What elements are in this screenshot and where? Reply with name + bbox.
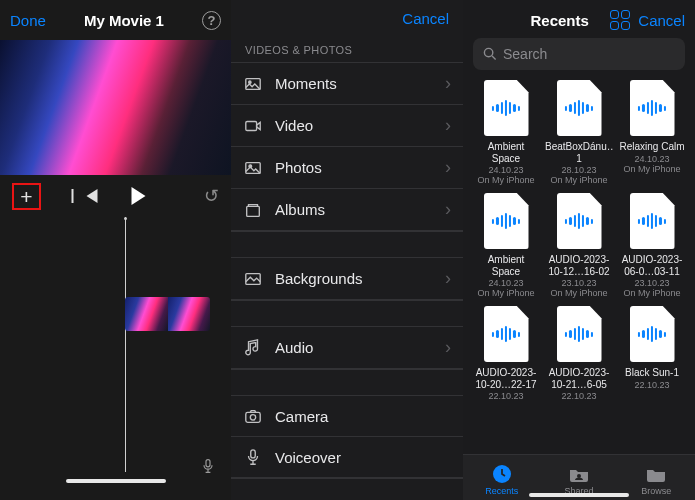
row-backgrounds[interactable]: Backgrounds › bbox=[231, 257, 463, 300]
tab-recents[interactable]: Recents bbox=[463, 463, 540, 496]
svg-point-9 bbox=[250, 415, 255, 420]
row-camera[interactable]: Camera bbox=[231, 395, 463, 436]
file-name: Ambient Space bbox=[473, 141, 539, 164]
row-audio[interactable]: Audio › bbox=[231, 326, 463, 369]
home-indicator bbox=[66, 479, 166, 483]
file-date: 23.10.23 bbox=[561, 278, 596, 288]
file-date: 28.10.23 bbox=[561, 165, 596, 175]
project-title: My Movie 1 bbox=[84, 12, 164, 29]
row-label: Camera bbox=[275, 408, 451, 425]
home-indicator bbox=[529, 493, 629, 497]
file-date: 22.10.23 bbox=[561, 391, 596, 401]
undo-button[interactable]: ↺ bbox=[204, 185, 219, 207]
file-doc-icon bbox=[557, 193, 602, 249]
file-doc-icon bbox=[557, 80, 602, 136]
file-name: AUDIO-2023-10-20…22-17 bbox=[473, 367, 539, 390]
files-title: Recents bbox=[509, 12, 610, 29]
file-name: AUDIO-2023-10-12…16-02 bbox=[545, 254, 613, 277]
file-doc-icon bbox=[484, 306, 529, 362]
chevron-right-icon: › bbox=[445, 115, 451, 136]
chevron-right-icon: › bbox=[445, 157, 451, 178]
chevron-right-icon: › bbox=[445, 73, 451, 94]
file-doc-icon bbox=[630, 306, 675, 362]
svg-rect-6 bbox=[247, 206, 260, 216]
file-item[interactable]: Ambient Space 24.10.23 On My iPhone bbox=[473, 80, 539, 185]
chevron-right-icon: › bbox=[445, 268, 451, 289]
row-albums[interactable]: Albums › bbox=[231, 188, 463, 231]
transport-bar: + ↺ bbox=[0, 175, 231, 217]
photos-icon bbox=[243, 158, 263, 178]
file-item[interactable]: Ambient Space 24.10.23 On My iPhone bbox=[473, 193, 539, 298]
video-clip[interactable] bbox=[125, 297, 210, 331]
row-label: Voiceover bbox=[275, 449, 451, 466]
svg-rect-3 bbox=[246, 121, 257, 130]
search-icon bbox=[483, 47, 497, 61]
search-field[interactable]: Search bbox=[473, 38, 685, 70]
file-doc-icon bbox=[484, 193, 529, 249]
video-preview[interactable] bbox=[0, 40, 231, 175]
file-item[interactable]: AUDIO-2023-10-12…16-02 23.10.23 On My iP… bbox=[545, 193, 613, 298]
tab-shared[interactable]: Shared bbox=[540, 463, 617, 496]
video-icon bbox=[243, 116, 263, 136]
skip-start-button[interactable] bbox=[86, 189, 97, 203]
file-item[interactable]: AUDIO-2023-10-21…6-05 22.10.23 bbox=[545, 306, 613, 401]
row-label: Video bbox=[275, 117, 433, 134]
row-video[interactable]: Video › bbox=[231, 104, 463, 146]
file-date: 24.10.23 bbox=[488, 278, 523, 288]
file-item[interactable]: AUDIO-2023-10-20…22-17 22.10.23 bbox=[473, 306, 539, 401]
svg-rect-0 bbox=[206, 460, 210, 467]
file-grid: Ambient Space 24.10.23 On My iPhone Beat… bbox=[463, 70, 695, 401]
file-item[interactable]: Relaxing Calm 24.10.23 On My iPhone bbox=[619, 80, 685, 185]
done-button[interactable]: Done bbox=[10, 12, 46, 29]
row-voiceover[interactable]: Voiceover bbox=[231, 436, 463, 478]
browse-icon bbox=[645, 463, 667, 485]
play-button[interactable] bbox=[131, 187, 145, 205]
chevron-right-icon: › bbox=[445, 337, 451, 358]
svg-point-11 bbox=[484, 48, 492, 56]
file-doc-icon bbox=[557, 306, 602, 362]
file-date: 24.10.23 bbox=[488, 165, 523, 175]
timeline[interactable] bbox=[0, 217, 231, 487]
tab-browse[interactable]: Browse bbox=[618, 463, 695, 496]
row-label: Audio bbox=[275, 339, 433, 356]
row-moments[interactable]: Moments › bbox=[231, 62, 463, 104]
file-name: AUDIO-2023-10-21…6-05 bbox=[545, 367, 613, 390]
tab-bar: Recents Shared Browse bbox=[463, 454, 695, 500]
cancel-button[interactable]: Cancel bbox=[638, 12, 685, 29]
row-photos[interactable]: Photos › bbox=[231, 146, 463, 188]
file-doc-icon bbox=[484, 80, 529, 136]
file-name: Black Sun-1 bbox=[625, 367, 679, 379]
file-date: 24.10.23 bbox=[634, 154, 669, 164]
file-location: On My iPhone bbox=[477, 288, 534, 298]
file-item[interactable]: AUDIO-2023-06-0…03-11 23.10.23 On My iPh… bbox=[619, 193, 685, 298]
tab-label: Browse bbox=[641, 486, 671, 496]
editor-panel: Done My Movie 1 ? + ↺ bbox=[0, 0, 231, 500]
add-media-button[interactable]: + bbox=[20, 186, 32, 207]
file-date: 22.10.23 bbox=[488, 391, 523, 401]
row-label: Backgrounds bbox=[275, 270, 433, 287]
file-item[interactable]: BeatBoxDánu…1 28.10.23 On My iPhone bbox=[545, 80, 613, 185]
file-name: AUDIO-2023-06-0…03-11 bbox=[619, 254, 685, 277]
voiceover-icon bbox=[243, 447, 263, 467]
record-voiceover-button[interactable] bbox=[199, 457, 217, 475]
file-name: BeatBoxDánu…1 bbox=[545, 141, 613, 164]
section-header: VIDEOS & PHOTOS bbox=[231, 36, 463, 62]
chevron-right-icon: › bbox=[445, 199, 451, 220]
view-toggle-button[interactable] bbox=[610, 10, 630, 30]
row-label: Albums bbox=[275, 201, 433, 218]
file-doc-icon bbox=[630, 80, 675, 136]
help-button[interactable]: ? bbox=[202, 11, 221, 30]
file-name: Ambient Space bbox=[473, 254, 539, 277]
playback-controls bbox=[86, 187, 145, 205]
svg-point-2 bbox=[249, 81, 251, 83]
cancel-button[interactable]: Cancel bbox=[402, 10, 449, 26]
editor-header: Done My Movie 1 ? bbox=[0, 0, 231, 40]
playhead[interactable] bbox=[125, 217, 126, 472]
file-location: On My iPhone bbox=[623, 288, 680, 298]
file-item[interactable]: Black Sun-1 22.10.23 bbox=[619, 306, 685, 401]
files-panel: Recents Cancel Search Ambient Space 24.1… bbox=[463, 0, 695, 500]
moments-icon bbox=[243, 74, 263, 94]
row-label: Moments bbox=[275, 75, 433, 92]
file-date: 23.10.23 bbox=[634, 278, 669, 288]
file-location: On My iPhone bbox=[477, 175, 534, 185]
